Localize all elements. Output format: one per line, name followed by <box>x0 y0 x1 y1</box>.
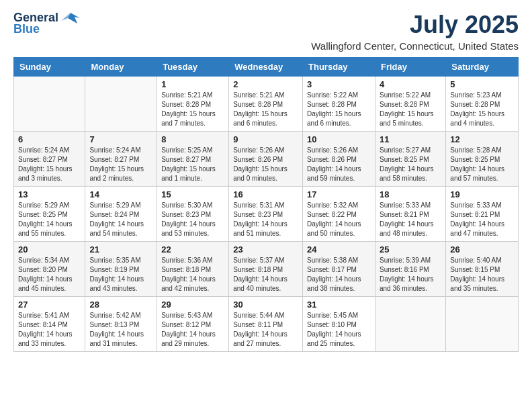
day-info: Sunrise: 5:42 AM Sunset: 8:13 PM Dayligh… <box>89 311 152 349</box>
day-info: Sunrise: 5:38 AM Sunset: 8:17 PM Dayligh… <box>307 256 371 293</box>
day-info: Sunrise: 5:21 AM Sunset: 8:28 PM Dayligh… <box>161 91 224 128</box>
calendar-cell: 31Sunrise: 5:45 AM Sunset: 8:10 PM Dayli… <box>303 297 375 352</box>
calendar-cell: 10Sunrise: 5:26 AM Sunset: 8:26 PM Dayli… <box>303 132 375 187</box>
calendar-cell: 30Sunrise: 5:44 AM Sunset: 8:11 PM Dayli… <box>229 297 303 352</box>
day-info: Sunrise: 5:32 AM Sunset: 8:22 PM Dayligh… <box>307 201 371 238</box>
calendar-cell: 11Sunrise: 5:27 AM Sunset: 8:25 PM Dayli… <box>375 132 445 187</box>
calendar-week-row: 13Sunrise: 5:29 AM Sunset: 8:25 PM Dayli… <box>14 187 519 242</box>
page-subtitle: Wallingford Center, Connecticut, United … <box>311 40 519 52</box>
calendar-cell <box>446 297 519 352</box>
day-info: Sunrise: 5:22 AM Sunset: 8:28 PM Dayligh… <box>307 91 371 128</box>
day-number: 7 <box>89 134 152 144</box>
calendar-cell: 23Sunrise: 5:37 AM Sunset: 8:18 PM Dayli… <box>229 242 303 297</box>
day-number: 6 <box>18 134 81 144</box>
day-number: 9 <box>233 134 298 144</box>
day-number: 27 <box>18 300 81 310</box>
calendar-cell: 4Sunrise: 5:22 AM Sunset: 8:28 PM Daylig… <box>375 77 445 132</box>
day-number: 4 <box>380 79 441 89</box>
day-number: 13 <box>18 189 81 199</box>
calendar-cell: 27Sunrise: 5:41 AM Sunset: 8:14 PM Dayli… <box>14 297 85 352</box>
calendar-cell: 6Sunrise: 5:24 AM Sunset: 8:27 PM Daylig… <box>14 132 85 187</box>
calendar-header-row: SundayMondayTuesdayWednesdayThursdayFrid… <box>14 58 519 77</box>
calendar-cell: 22Sunrise: 5:36 AM Sunset: 8:18 PM Dayli… <box>157 242 229 297</box>
calendar-cell: 29Sunrise: 5:43 AM Sunset: 8:12 PM Dayli… <box>157 297 229 352</box>
day-number: 8 <box>161 134 224 144</box>
column-header-thursday: Thursday <box>303 58 375 77</box>
calendar-cell: 1Sunrise: 5:21 AM Sunset: 8:28 PM Daylig… <box>157 77 229 132</box>
day-info: Sunrise: 5:41 AM Sunset: 8:14 PM Dayligh… <box>18 311 81 349</box>
day-info: Sunrise: 5:24 AM Sunset: 8:27 PM Dayligh… <box>89 146 152 183</box>
day-info: Sunrise: 5:37 AM Sunset: 8:18 PM Dayligh… <box>233 256 298 293</box>
calendar-cell: 19Sunrise: 5:33 AM Sunset: 8:21 PM Dayli… <box>446 187 519 242</box>
day-number: 3 <box>307 79 371 89</box>
calendar-week-row: 6Sunrise: 5:24 AM Sunset: 8:27 PM Daylig… <box>14 132 519 187</box>
page-header: General Blue July 2025 Wallingford Cente… <box>13 11 519 52</box>
column-header-friday: Friday <box>375 58 445 77</box>
day-number: 15 <box>161 189 224 199</box>
title-area: July 2025 Wallingford Center, Connecticu… <box>311 11 519 52</box>
logo-bird-icon <box>61 11 80 25</box>
calendar-cell: 26Sunrise: 5:40 AM Sunset: 8:15 PM Dayli… <box>446 242 519 297</box>
day-number: 1 <box>161 79 224 89</box>
day-number: 10 <box>307 134 371 144</box>
day-info: Sunrise: 5:26 AM Sunset: 8:26 PM Dayligh… <box>233 146 298 183</box>
day-number: 25 <box>380 244 441 255</box>
calendar-cell: 17Sunrise: 5:32 AM Sunset: 8:22 PM Dayli… <box>303 187 375 242</box>
calendar-cell: 25Sunrise: 5:39 AM Sunset: 8:16 PM Dayli… <box>375 242 445 297</box>
day-info: Sunrise: 5:31 AM Sunset: 8:23 PM Dayligh… <box>233 201 298 238</box>
calendar-cell: 8Sunrise: 5:25 AM Sunset: 8:27 PM Daylig… <box>157 132 229 187</box>
day-number: 12 <box>450 134 514 144</box>
calendar-body: 1Sunrise: 5:21 AM Sunset: 8:28 PM Daylig… <box>14 77 519 352</box>
day-number: 14 <box>89 189 152 199</box>
column-header-saturday: Saturday <box>446 58 519 77</box>
calendar-cell: 3Sunrise: 5:22 AM Sunset: 8:28 PM Daylig… <box>303 77 375 132</box>
calendar-cell: 2Sunrise: 5:21 AM Sunset: 8:28 PM Daylig… <box>229 77 303 132</box>
page-title: July 2025 <box>311 11 519 39</box>
day-info: Sunrise: 5:34 AM Sunset: 8:20 PM Dayligh… <box>18 256 81 293</box>
calendar-cell: 15Sunrise: 5:30 AM Sunset: 8:23 PM Dayli… <box>157 187 229 242</box>
day-number: 2 <box>233 79 298 89</box>
day-info: Sunrise: 5:27 AM Sunset: 8:25 PM Dayligh… <box>380 146 441 183</box>
calendar-cell: 24Sunrise: 5:38 AM Sunset: 8:17 PM Dayli… <box>303 242 375 297</box>
day-number: 23 <box>233 244 298 255</box>
day-number: 21 <box>89 244 152 255</box>
day-info: Sunrise: 5:21 AM Sunset: 8:28 PM Dayligh… <box>233 91 298 128</box>
day-info: Sunrise: 5:40 AM Sunset: 8:15 PM Dayligh… <box>450 256 514 293</box>
day-info: Sunrise: 5:39 AM Sunset: 8:16 PM Dayligh… <box>380 256 441 293</box>
day-info: Sunrise: 5:24 AM Sunset: 8:27 PM Dayligh… <box>18 146 81 183</box>
day-info: Sunrise: 5:29 AM Sunset: 8:25 PM Dayligh… <box>18 201 81 238</box>
day-info: Sunrise: 5:45 AM Sunset: 8:10 PM Dayligh… <box>307 311 371 349</box>
calendar-cell: 5Sunrise: 5:23 AM Sunset: 8:28 PM Daylig… <box>446 77 519 132</box>
day-info: Sunrise: 5:23 AM Sunset: 8:28 PM Dayligh… <box>450 91 514 128</box>
calendar-cell: 7Sunrise: 5:24 AM Sunset: 8:27 PM Daylig… <box>85 132 157 187</box>
day-info: Sunrise: 5:44 AM Sunset: 8:11 PM Dayligh… <box>233 311 298 349</box>
day-info: Sunrise: 5:29 AM Sunset: 8:24 PM Dayligh… <box>89 201 152 238</box>
calendar-cell: 13Sunrise: 5:29 AM Sunset: 8:25 PM Dayli… <box>14 187 85 242</box>
calendar-cell: 20Sunrise: 5:34 AM Sunset: 8:20 PM Dayli… <box>14 242 85 297</box>
calendar-cell: 18Sunrise: 5:33 AM Sunset: 8:21 PM Dayli… <box>375 187 445 242</box>
day-info: Sunrise: 5:43 AM Sunset: 8:12 PM Dayligh… <box>161 311 224 349</box>
day-number: 5 <box>450 79 514 89</box>
day-number: 31 <box>307 300 371 310</box>
calendar-cell: 14Sunrise: 5:29 AM Sunset: 8:24 PM Dayli… <box>85 187 157 242</box>
day-info: Sunrise: 5:33 AM Sunset: 8:21 PM Dayligh… <box>380 201 441 238</box>
day-number: 29 <box>161 300 224 310</box>
day-number: 11 <box>380 134 441 144</box>
day-number: 28 <box>89 300 152 310</box>
day-number: 20 <box>18 244 81 255</box>
day-info: Sunrise: 5:22 AM Sunset: 8:28 PM Dayligh… <box>380 91 441 128</box>
column-header-monday: Monday <box>85 58 157 77</box>
calendar-table: SundayMondayTuesdayWednesdayThursdayFrid… <box>13 57 519 352</box>
day-info: Sunrise: 5:28 AM Sunset: 8:25 PM Dayligh… <box>450 146 514 183</box>
calendar-week-row: 1Sunrise: 5:21 AM Sunset: 8:28 PM Daylig… <box>14 77 519 132</box>
calendar-cell: 12Sunrise: 5:28 AM Sunset: 8:25 PM Dayli… <box>446 132 519 187</box>
day-number: 26 <box>450 244 514 255</box>
day-info: Sunrise: 5:36 AM Sunset: 8:18 PM Dayligh… <box>161 256 224 293</box>
calendar-cell: 28Sunrise: 5:42 AM Sunset: 8:13 PM Dayli… <box>85 297 157 352</box>
day-number: 24 <box>307 244 371 255</box>
logo: General Blue <box>13 11 80 36</box>
day-number: 22 <box>161 244 224 255</box>
day-number: 18 <box>380 189 441 199</box>
day-number: 17 <box>307 189 371 199</box>
logo-text-blue: Blue <box>13 22 40 36</box>
